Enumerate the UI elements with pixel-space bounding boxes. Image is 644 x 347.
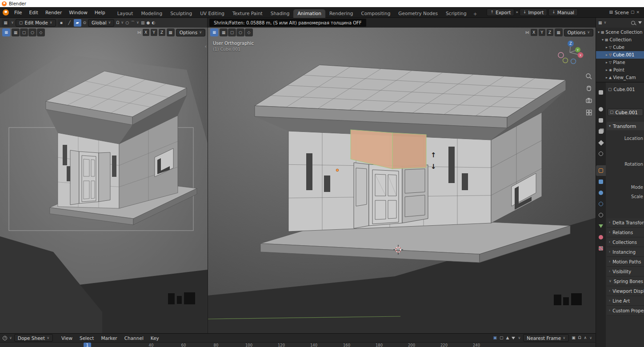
snap-button[interactable]: ▦ xyxy=(167,28,175,36)
menu-view[interactable]: View xyxy=(58,335,76,341)
tool-box-button[interactable]: ▢ xyxy=(228,28,236,36)
breadcrumb-object-name[interactable]: Cube.001 xyxy=(614,87,635,92)
tab-view-layer[interactable] xyxy=(596,126,606,137)
tab-constraints[interactable] xyxy=(596,210,606,220)
panel-viewport-display[interactable]: ›Viewport Display xyxy=(607,287,644,296)
face-select-button[interactable]: ▰ xyxy=(74,19,81,27)
tab-tool[interactable] xyxy=(596,87,606,98)
menu-render[interactable]: Render xyxy=(42,8,65,17)
mirror-z-button[interactable]: Z xyxy=(547,29,553,36)
export-button[interactable]: ↑Export xyxy=(487,8,514,16)
xray-toggle-icon[interactable]: ▥ xyxy=(141,21,145,25)
tool-tweak-button[interactable]: ▦ xyxy=(220,28,228,36)
tab-physics[interactable] xyxy=(596,199,606,209)
snap-magnet-icon[interactable]: Ω xyxy=(116,21,119,25)
expand-closed-icon[interactable]: ▸ xyxy=(606,61,608,64)
active-tool-button[interactable]: ⊞ xyxy=(2,28,10,36)
mirror-x-button[interactable]: X xyxy=(143,29,149,36)
transform-orientation-dropdown[interactable]: Global∨ xyxy=(88,19,114,27)
pan-hand-icon[interactable] xyxy=(585,85,592,92)
panel-visibility[interactable]: ›Visibility xyxy=(607,267,644,276)
filter-icon[interactable] xyxy=(512,337,515,339)
new-scene-icon[interactable]: ▢ xyxy=(631,10,635,14)
workspace-tab-sculpting[interactable]: Sculpting xyxy=(166,9,196,18)
tool-circle-button[interactable]: ○ xyxy=(236,28,244,36)
tab-object-data[interactable] xyxy=(596,221,606,231)
menu-key[interactable]: Key xyxy=(147,335,163,341)
mode-dropdown[interactable]: ▢Edit Mode∨ xyxy=(16,19,56,27)
menu-window[interactable]: Window xyxy=(65,8,91,17)
panel-collections[interactable]: ›Collections xyxy=(607,238,644,247)
expand-closed-icon[interactable]: ▸ xyxy=(606,68,608,72)
proportional-edit-icon[interactable]: ∧ xyxy=(584,336,587,340)
mirror-y-button[interactable]: Y xyxy=(151,29,157,36)
mirror-icon[interactable]: ⋈ xyxy=(137,31,141,35)
tab-material[interactable] xyxy=(596,232,606,243)
tool-box-button[interactable]: ▢ xyxy=(20,28,28,36)
menu-select[interactable]: Select xyxy=(76,335,97,341)
import-button[interactable]: ↓Import xyxy=(520,8,547,16)
pivot-point-icon[interactable]: ⊙ xyxy=(83,21,87,25)
scene-name[interactable]: Scene xyxy=(615,10,629,15)
editor-type-button[interactable]: ▦ xyxy=(2,19,9,27)
outliner-row-cube-001[interactable]: ▸ ▽ Cube.001 xyxy=(596,51,644,59)
workspace-tab-animation[interactable]: Animation xyxy=(293,9,325,18)
current-frame-badge[interactable]: 1 xyxy=(84,343,91,347)
tab-texture[interactable] xyxy=(596,243,606,254)
options-dropdown[interactable]: Options∨ xyxy=(176,29,205,36)
outliner-editor-icon[interactable]: ▦ xyxy=(598,21,602,25)
mirror-x-button[interactable]: X xyxy=(531,29,537,36)
workspace-tab-shading[interactable]: Shading xyxy=(267,9,294,18)
tab-output[interactable] xyxy=(596,115,606,126)
tab-object[interactable] xyxy=(596,165,606,176)
outliner-row-cube[interactable]: ▸ ▽ Cube xyxy=(596,44,644,51)
dope-sheet-editor-icon[interactable] xyxy=(3,336,7,340)
ortho-grid-icon[interactable] xyxy=(585,109,592,116)
dope-sheet-mode-dropdown[interactable]: Dope Sheet∨ xyxy=(14,334,53,342)
expand-open-icon[interactable]: ▾ xyxy=(598,31,600,34)
blender-menu-icon[interactable] xyxy=(3,9,9,16)
shading-material-icon[interactable]: ◐ xyxy=(152,21,155,25)
camera-view-icon[interactable] xyxy=(585,97,592,104)
menu-edit[interactable]: Edit xyxy=(26,8,42,17)
outliner-row-view-cam[interactable]: ▸ ▲ View_Cam xyxy=(596,74,644,81)
menu-marker[interactable]: Marker xyxy=(97,335,120,341)
tab-modifiers[interactable] xyxy=(596,176,606,187)
show-hidden-icon[interactable]: ▢ xyxy=(500,336,504,340)
viewport-right[interactable]: ↑ ↓ ⊞ ▦ ▢ ○ ◇ xyxy=(208,28,596,333)
panel-delta-transform[interactable]: ›Delta Transform xyxy=(607,218,644,227)
tab-world[interactable] xyxy=(596,148,606,159)
workspace-tab-uv-editing[interactable]: UV Editing xyxy=(196,9,228,18)
object-name-field[interactable]: ▢ Cube.001 xyxy=(608,108,643,116)
outliner-row-scene-collection[interactable]: ▾ ▦ Scene Collection xyxy=(596,28,644,36)
snap-magnet-icon[interactable]: Ω xyxy=(578,336,581,340)
show-selected-icon[interactable]: ▣ xyxy=(493,336,497,340)
unlink-scene-icon[interactable]: × xyxy=(636,10,640,14)
workspace-tab-layout[interactable]: Layout xyxy=(113,9,137,18)
workspace-tab-texture-paint[interactable]: Texture Paint xyxy=(228,9,267,18)
outliner-row-point[interactable]: ▸ ◉ Point xyxy=(596,66,644,74)
copy-keyframes-icon[interactable]: ▣ xyxy=(572,336,576,340)
timeline-ruler[interactable]: 40 60 80 100 120 140 160 180 200 220 240… xyxy=(0,342,596,347)
mirror-icon[interactable]: ⋈ xyxy=(525,31,529,35)
menu-help[interactable]: Help xyxy=(91,8,109,17)
mirror-z-button[interactable]: Z xyxy=(159,29,165,36)
show-errors-icon[interactable]: ▲ xyxy=(506,336,509,340)
tool-lasso-button[interactable]: ◇ xyxy=(37,28,45,36)
region-collapse-icon[interactable]: ‹ xyxy=(205,44,207,49)
panel-line-art[interactable]: ›Line Art xyxy=(607,296,644,306)
navigation-gizmo[interactable]: Z Y X xyxy=(556,38,584,67)
3d-scene-right[interactable]: ↑ ↓ xyxy=(208,28,596,333)
expand-closed-icon[interactable]: ▸ xyxy=(606,76,608,80)
transform-panel-header[interactable]: ▾ Transform xyxy=(607,122,644,130)
zoom-icon[interactable] xyxy=(585,73,592,80)
tab-particles[interactable] xyxy=(596,187,606,198)
active-tool-button[interactable]: ⊞ xyxy=(210,28,218,36)
workspace-tab-rendering[interactable]: Rendering xyxy=(325,9,357,18)
tool-tweak-button[interactable]: ▦ xyxy=(12,28,20,36)
workspace-tab-modeling[interactable]: Modeling xyxy=(137,9,166,18)
expand-closed-icon[interactable]: ▸ xyxy=(606,53,608,57)
panel-motion-paths[interactable]: ›Motion Paths xyxy=(607,257,644,267)
tool-circle-button[interactable]: ○ xyxy=(28,28,36,36)
shading-solid-icon[interactable]: ● xyxy=(146,21,150,25)
